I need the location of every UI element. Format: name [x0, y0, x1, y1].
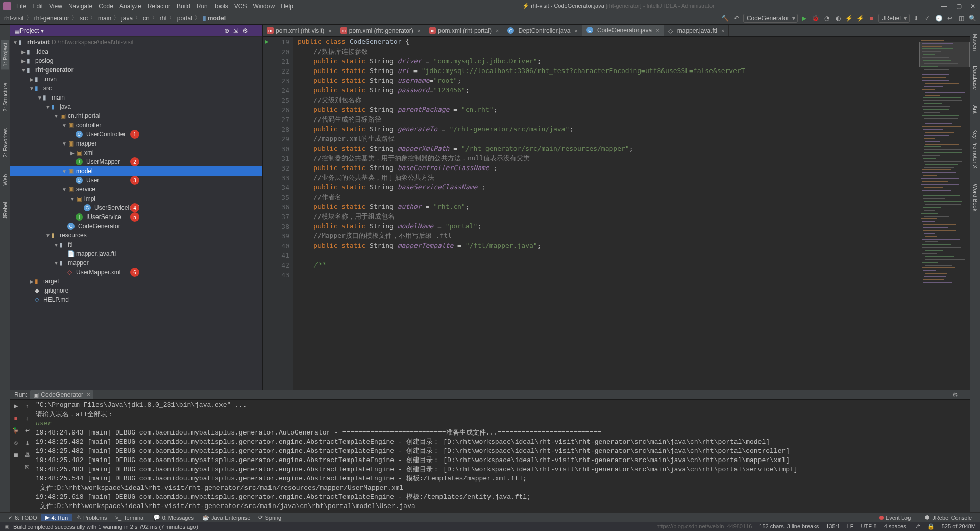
panel-settings-icon[interactable]: ⚙: [242, 27, 248, 34]
minimize-button[interactable]: —: [940, 3, 948, 10]
tree-row[interactable]: ▶▮target: [10, 277, 262, 286]
menu-analyze[interactable]: Analyze: [116, 3, 144, 10]
tree-row[interactable]: ◇HELP.md: [10, 295, 262, 304]
left-tab[interactable]: 2: Structure: [1, 80, 9, 115]
search-button[interactable]: 🔍: [968, 14, 977, 23]
bottom-tab[interactable]: 💬0: Messages: [149, 514, 198, 521]
menu-edit[interactable]: Edit: [29, 3, 46, 10]
menu-vcs[interactable]: VCS: [231, 3, 250, 10]
file-encoding[interactable]: UTF-8: [861, 523, 877, 530]
menu-help[interactable]: Help: [278, 3, 297, 10]
tree-row[interactable]: ▶▮poslog: [10, 56, 262, 65]
run-button[interactable]: ▶: [800, 14, 809, 23]
menu-build[interactable]: Build: [174, 3, 193, 10]
run-tab[interactable]: ▣ CodeGenerator×: [30, 390, 93, 399]
line-sep[interactable]: LF: [847, 523, 854, 530]
bottom-tab[interactable]: ⟳Spring: [254, 514, 285, 521]
editor-tab[interactable]: mpom.xml (rht-generator)×: [336, 25, 425, 37]
tree-row[interactable]: CUserServiceImpl4: [10, 203, 262, 212]
vcs-history[interactable]: 🕘: [934, 14, 943, 23]
close-icon[interactable]: ×: [574, 28, 577, 34]
tree-row[interactable]: ▼▮main: [10, 93, 262, 102]
editor-tab[interactable]: CDeptController.java×: [503, 25, 582, 37]
breadcrumb[interactable]: portal: [176, 15, 193, 22]
tree-row[interactable]: ▼▮ftl: [10, 240, 262, 249]
tree-row[interactable]: ▼▣impl: [10, 194, 262, 203]
breadcrumb[interactable]: main: [97, 15, 112, 22]
left-tab[interactable]: Web: [1, 171, 9, 188]
vcs-commit[interactable]: ✓: [923, 14, 932, 23]
left-tab[interactable]: 1: Project: [1, 40, 9, 69]
maximize-button[interactable]: ▢: [954, 3, 963, 10]
run-console[interactable]: "C:\Program Files\Java\jdk1.8.0_231\bin\…: [33, 400, 970, 512]
tree-row[interactable]: CUserController1: [10, 130, 262, 139]
left-tab[interactable]: JRebel: [1, 199, 9, 222]
tree-row[interactable]: ▶▮.idea: [10, 47, 262, 56]
tree-row[interactable]: ▼▣cn.rht.portal: [10, 111, 262, 120]
left-tab[interactable]: 2: Favorites: [1, 125, 9, 160]
menu-code[interactable]: Code: [95, 3, 116, 10]
menu-run[interactable]: Run: [193, 3, 211, 10]
menu-refactor[interactable]: Refactor: [144, 3, 174, 10]
menu-view[interactable]: View: [46, 3, 65, 10]
wrap-button[interactable]: ↩: [23, 426, 31, 435]
rerun-button[interactable]: ▶: [12, 402, 20, 410]
stop2-button[interactable]: ⏹: [12, 451, 20, 459]
tree-row[interactable]: ▼▣mapper: [10, 139, 262, 148]
editor-tab[interactable]: mpom.xml (rht-visit)×: [263, 25, 336, 37]
bottom-tab[interactable]: ⬢JRebel Console: [921, 514, 976, 521]
menu-navigate[interactable]: Navigate: [65, 3, 95, 10]
bottom-tab[interactable]: ⚠Problems: [72, 514, 111, 521]
run-config-combo[interactable]: CodeGenerator: [743, 14, 798, 23]
bottom-tab[interactable]: ☕Java Enterprise: [198, 514, 254, 521]
hide-panel-icon[interactable]: —: [252, 27, 258, 34]
lock-icon[interactable]: 🔒: [927, 523, 935, 530]
exit-button[interactable]: ⎋: [12, 439, 20, 447]
bottom-tab[interactable]: ▶4: Run: [41, 514, 72, 521]
right-tab[interactable]: Ant: [971, 102, 979, 117]
breadcrumb[interactable]: rht-visit: [3, 15, 25, 22]
collapse-icon[interactable]: ⇲: [233, 27, 238, 34]
stop-button[interactable]: ■: [867, 14, 876, 23]
right-tab[interactable]: Word Book: [971, 181, 979, 214]
tree-row[interactable]: ▼▮src: [10, 84, 262, 93]
indent-info[interactable]: 4 spaces: [884, 523, 906, 530]
vcs-update[interactable]: ⬇: [912, 14, 921, 23]
caret-pos[interactable]: 135:1: [826, 523, 840, 530]
jrebel-combo[interactable]: JRebel: [878, 14, 910, 23]
ide-struct[interactable]: ◫: [957, 14, 966, 23]
tree-row[interactable]: ▼▣controller: [10, 120, 262, 130]
nav-back[interactable]: ↶: [732, 14, 741, 23]
bottom-tab[interactable]: Event Log: [875, 514, 915, 521]
up-button[interactable]: ↑: [23, 402, 31, 410]
breadcrumb[interactable]: src: [79, 15, 89, 22]
tree-row[interactable]: ▶▮.mvn: [10, 75, 262, 84]
git-branch[interactable]: ⎇: [914, 523, 920, 530]
print-button[interactable]: 🖶: [23, 451, 31, 459]
coverage-button[interactable]: ◔: [822, 14, 831, 23]
editor-tab[interactable]: mpom.xml (rht-portal)×: [425, 25, 503, 37]
breadcrumb[interactable]: java: [120, 15, 134, 22]
rebel-button[interactable]: ⚡: [845, 14, 854, 23]
tree-row[interactable]: ▶▣xml: [10, 148, 262, 157]
close-button[interactable]: ✕: [969, 3, 977, 10]
menu-tools[interactable]: Tools: [211, 3, 231, 10]
menu-window[interactable]: Window: [250, 3, 278, 10]
debug-button[interactable]: 🐞: [811, 14, 820, 23]
locate-icon[interactable]: ⊕: [224, 27, 229, 34]
tree-row[interactable]: ◇UserMapper.xml6: [10, 268, 262, 277]
right-tab[interactable]: Maven: [971, 31, 979, 54]
right-tab[interactable]: Key Promoter X: [971, 126, 979, 172]
tree-row[interactable]: CUser3: [10, 176, 262, 185]
vcs-revert[interactable]: ↩: [945, 14, 954, 23]
editor-tab[interactable]: ◇mapper.java.ftl×: [664, 25, 729, 37]
tree-row[interactable]: CCodeGenerator: [10, 222, 262, 231]
right-tab[interactable]: Database: [971, 63, 979, 93]
tree-row[interactable]: ▼▮java: [10, 102, 262, 111]
breadcrumb[interactable]: ▮model: [202, 15, 227, 22]
editor-tab[interactable]: CCodeGenerator.java×: [582, 25, 664, 37]
tree-row[interactable]: ▼▣service: [10, 185, 262, 194]
rebel2-button[interactable]: ⚡: [856, 14, 865, 23]
close-icon[interactable]: ×: [496, 28, 499, 34]
scroll-button[interactable]: ⤓: [23, 439, 31, 447]
